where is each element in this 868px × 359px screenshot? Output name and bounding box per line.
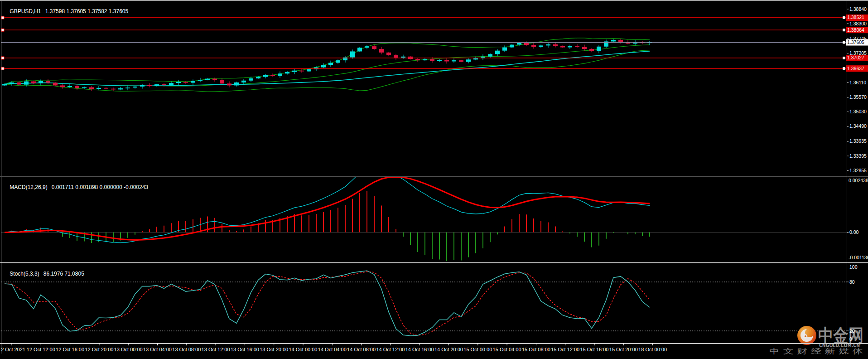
candle [285, 72, 289, 74]
level-line-handle[interactable] [1, 57, 4, 59]
candle [560, 46, 565, 48]
price-axis-label: 1.34490 [849, 123, 867, 129]
candle [125, 87, 130, 88]
candle [365, 46, 369, 48]
badge-marker [843, 16, 845, 19]
candle [205, 79, 210, 80]
price-axis-label: 1.32855 [849, 168, 867, 173]
stoch-axis-label: 0 [849, 336, 852, 342]
candle [488, 54, 492, 56]
candle [39, 81, 43, 83]
time-axis-label: 12 Oct 20:00 [85, 347, 113, 352]
candle [394, 55, 398, 58]
candle [415, 59, 420, 60]
candle [10, 82, 14, 84]
price-axis-label: 1.35030 [849, 109, 867, 114]
candle [147, 85, 152, 86]
candle [575, 46, 579, 47]
time-axis-label: 15 Oct 04:00 [493, 347, 521, 352]
badge-marker [843, 57, 845, 59]
time-axis-label: 15 Oct 08:00 [522, 347, 550, 352]
candle [437, 60, 442, 61]
candle [423, 59, 427, 60]
time-axis-label: 12 Oct 2021 [0, 347, 25, 352]
time-axis-label: 13 Oct 04:00 [143, 347, 172, 352]
stoch-axis-label: 100 [849, 264, 858, 270]
macd-axis-max: 0.002438 [849, 178, 868, 183]
time-axis-label: 12 Oct 12:00 [27, 347, 55, 352]
candle [2, 84, 7, 85]
logo-swirl-dot-core [805, 335, 806, 337]
candle [133, 87, 137, 87]
time-axis-label: 14 Oct 16:00 [405, 347, 434, 352]
badge-marker [843, 29, 845, 31]
stoch-axis-label: 80 [849, 279, 855, 285]
time-axis-label: 14 Oct 08:00 [347, 347, 376, 352]
time-axis-label: 14 Oct 04:00 [318, 347, 347, 352]
candle [618, 40, 623, 42]
candle [597, 47, 601, 51]
candle [444, 60, 449, 62]
candle [553, 44, 558, 46]
candle [459, 60, 463, 62]
time-axis-label: 14 Oct 12:00 [376, 347, 405, 352]
candle [60, 85, 65, 87]
candle [183, 82, 188, 83]
candle [350, 51, 355, 57]
price-axis-label: 1.33395 [849, 153, 867, 159]
candle [510, 45, 514, 48]
candle [582, 47, 587, 49]
candle [234, 82, 239, 86]
candle [104, 88, 108, 89]
stoch-label: Stoch(5,3,3) [10, 271, 39, 277]
price-axis-label: 1.33935 [849, 138, 867, 144]
candle [212, 79, 217, 80]
candle [270, 75, 275, 76]
candle [96, 88, 101, 89]
level-line-handle[interactable] [1, 67, 4, 70]
candle [256, 77, 260, 78]
badge-marker [843, 67, 845, 70]
price-badge-label: 1.37027 [847, 55, 864, 60]
candle [517, 43, 521, 45]
candle [162, 84, 166, 85]
candle [154, 84, 159, 86]
time-axis-label: 14 Oct 20:00 [434, 347, 463, 352]
price-axis-label: 1.38300 [849, 21, 867, 26]
candle [328, 63, 333, 65]
candle [24, 82, 29, 85]
candle [473, 58, 478, 59]
candle [17, 82, 21, 85]
price-axis-label: 1.35570 [849, 94, 867, 100]
candle [466, 59, 471, 62]
candle [220, 80, 224, 84]
time-axis-label: 13 Oct 00:00 [114, 347, 143, 352]
badge-marker [843, 41, 845, 44]
price-axis-label: 1.38840 [849, 6, 867, 12]
ohlc-values: 1.37598 1.37605 1.37582 1.37605 [45, 8, 129, 15]
candle [379, 49, 384, 53]
time-axis-label: 13 Oct 08:00 [172, 347, 201, 352]
candle [357, 48, 362, 51]
candle [68, 86, 72, 87]
time-axis-label: 13 Oct 20:00 [260, 347, 288, 352]
candle [198, 80, 203, 81]
candle [386, 53, 391, 55]
level-line-handle[interactable] [1, 29, 4, 31]
price-badge-label: 1.38521 [847, 15, 864, 20]
candle [118, 88, 123, 89]
candle [524, 43, 529, 45]
candle [546, 44, 550, 45]
time-axis-label: 13 Oct 16:00 [231, 347, 259, 352]
candle [227, 83, 231, 85]
candle [307, 69, 311, 72]
candle [502, 48, 507, 51]
price-badge-label: 1.36637 [847, 66, 864, 71]
time-axis-label: 15 Oct 00:00 [463, 347, 492, 352]
time-axis-label: 12 Oct 16:00 [56, 347, 84, 352]
time-axis-label: 15 Oct 20:00 [609, 347, 638, 352]
time-axis-label: 13 Oct 12:00 [202, 347, 230, 352]
symbol-ohlc-readout: GBPUSD,H11.37598 1.37605 1.37582 1.37605 [4, 2, 128, 21]
stoch-values: 86.1976 71.0805 [43, 271, 84, 277]
stoch-readout: Stoch(5,3,3)86.1976 71.0805 [4, 264, 84, 283]
